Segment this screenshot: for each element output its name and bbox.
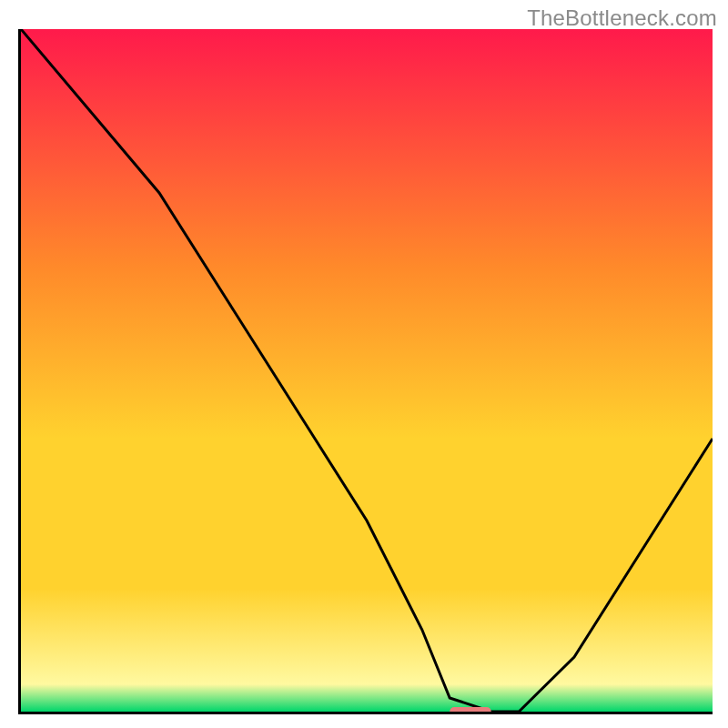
watermark-text: TheBottleneck.com [527,5,717,31]
chart-frame: TheBottleneck.com [0,0,728,728]
optimal-marker [450,707,491,712]
plot-area [18,29,713,714]
bottleneck-curve [21,29,713,712]
